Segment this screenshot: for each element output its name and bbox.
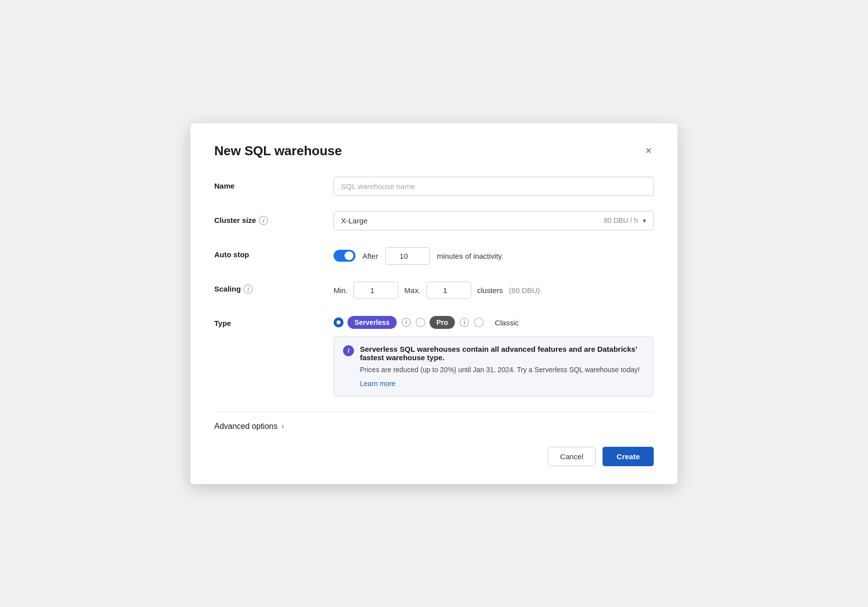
name-row: Name xyxy=(214,177,654,196)
scaling-min-input[interactable] xyxy=(353,282,398,299)
chevron-down-icon: ▾ xyxy=(643,217,646,224)
auto-stop-label: Auto stop xyxy=(214,245,334,259)
advanced-options-toggle[interactable]: Advanced options › xyxy=(214,422,654,431)
scaling-max-label: Max. xyxy=(404,286,421,295)
name-input[interactable] xyxy=(334,177,654,196)
scaling-dbu-note: (80 DBU) xyxy=(509,286,540,295)
serverless-info-icon[interactable]: i xyxy=(402,318,411,327)
scaling-min-label: Min. xyxy=(334,286,347,295)
scaling-control: Min. Max. clusters (80 DBU) xyxy=(334,280,654,299)
dialog-header: New SQL warehouse × xyxy=(214,143,654,159)
chevron-right-icon: › xyxy=(281,422,284,430)
classic-badge[interactable]: Classic xyxy=(488,316,525,329)
cluster-size-select-wrapper: X-Large 80 DBU / h ▾ xyxy=(334,211,654,230)
info-box-title: Serverless SQL warehouses contain all ad… xyxy=(360,345,644,362)
auto-stop-prefix: After xyxy=(362,252,378,260)
new-sql-warehouse-dialog: New SQL warehouse × Name Cluster size i … xyxy=(190,123,678,484)
auto-stop-minutes-input[interactable] xyxy=(385,247,430,265)
cluster-size-value: X-Large xyxy=(341,216,367,225)
type-label: Type xyxy=(214,314,334,327)
toggle-thumb xyxy=(345,251,353,260)
auto-stop-suffix: minutes of inactivity. xyxy=(437,252,504,260)
cluster-size-dbu: 80 DBU / h xyxy=(604,216,638,224)
info-box-body: Prices are reduced (up to 20%) until Jan… xyxy=(360,365,644,375)
scaling-clusters-text: clusters xyxy=(477,286,503,295)
auto-stop-control: After minutes of inactivity. xyxy=(334,245,654,265)
serverless-badge[interactable]: Serverless xyxy=(347,316,397,329)
scaling-label: Scaling i xyxy=(214,280,334,294)
type-option-pro[interactable]: Pro xyxy=(416,316,455,329)
scaling-info-icon[interactable]: i xyxy=(244,285,253,294)
name-label: Name xyxy=(214,177,334,190)
serverless-info-box: i Serverless SQL warehouses contain all … xyxy=(334,336,654,397)
classic-radio[interactable] xyxy=(474,317,484,327)
type-control: Serverless i Pro i Classic xyxy=(334,314,654,397)
cluster-size-select[interactable]: X-Large 80 DBU / h ▾ xyxy=(334,211,654,230)
pro-radio[interactable] xyxy=(416,317,426,327)
create-button[interactable]: Create xyxy=(603,447,654,466)
name-field-wrapper xyxy=(334,177,654,196)
info-box-content: Serverless SQL warehouses contain all ad… xyxy=(360,345,644,388)
learn-more-link[interactable]: Learn more xyxy=(360,380,396,388)
pro-badge[interactable]: Pro xyxy=(430,316,455,329)
type-option-classic[interactable]: Classic xyxy=(474,316,525,329)
dialog-title: New SQL warehouse xyxy=(214,143,342,159)
auto-stop-toggle[interactable] xyxy=(334,250,355,262)
info-box-icon: i xyxy=(343,345,354,356)
type-option-serverless[interactable]: Serverless xyxy=(334,316,397,329)
advanced-options-label: Advanced options xyxy=(214,422,277,431)
serverless-radio[interactable] xyxy=(334,317,344,327)
divider xyxy=(214,411,654,412)
auto-stop-row: Auto stop After minutes of inactivity. xyxy=(214,245,654,265)
close-button[interactable]: × xyxy=(643,143,654,158)
dialog-footer: Cancel Create xyxy=(214,447,654,466)
scaling-row: Scaling i Min. Max. clusters (80 DBU) xyxy=(214,280,654,299)
type-options: Serverless i Pro i Classic xyxy=(334,314,654,329)
cluster-size-label: Cluster size i xyxy=(214,211,334,225)
cancel-button[interactable]: Cancel xyxy=(548,447,596,466)
scaling-max-input[interactable] xyxy=(427,282,471,299)
pro-info-icon[interactable]: i xyxy=(460,318,469,327)
type-row: Type Serverless i Pro i xyxy=(214,314,654,397)
cluster-size-info-icon[interactable]: i xyxy=(259,216,268,225)
cluster-size-row: Cluster size i X-Large 80 DBU / h ▾ xyxy=(214,211,654,230)
